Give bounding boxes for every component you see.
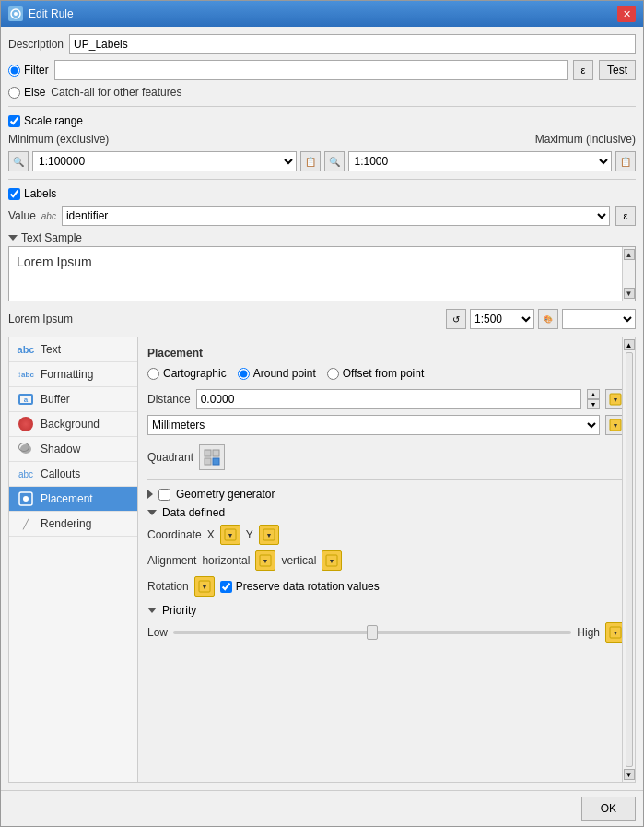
panel-scroll-thumb[interactable] [626, 352, 633, 767]
sidebar-item-rendering[interactable]: ╱ Rendering [9, 512, 137, 537]
max-scale-copy-icon[interactable]: 📋 [615, 151, 636, 171]
slider-thumb[interactable] [367, 625, 378, 640]
buffer-icon: a [17, 392, 35, 407]
lorem-reset-icon[interactable]: ↺ [446, 309, 466, 329]
alignment-vertical-button[interactable]: ▼ [322, 550, 342, 571]
value-dropdown[interactable]: identifier [62, 206, 610, 226]
max-scale-dropdown[interactable]: 1:1000 [348, 151, 613, 171]
scale-range-row: Scale range [8, 114, 636, 127]
filter-radio-label[interactable]: Filter [8, 64, 49, 77]
data-defined-section: Data defined Coordinate X ▼ [147, 506, 626, 597]
preserve-rotation-checkbox[interactable] [220, 581, 232, 593]
lorem-color-icon[interactable]: 🎨 [538, 309, 558, 329]
ok-button[interactable]: OK [581, 797, 636, 821]
labels-checkbox[interactable] [8, 188, 20, 200]
sidebar-item-text[interactable]: abc Text [9, 337, 137, 362]
sidebar-formatting-label: Formatting [41, 368, 93, 381]
filter-epsilon-button[interactable]: ε [573, 60, 593, 80]
rotation-row: Rotation ▼ Preserve data rotation values [147, 576, 626, 597]
scroll-down[interactable]: ▼ [624, 288, 635, 299]
filter-row: Filter ε Test [8, 60, 636, 80]
spinner-up[interactable]: ▲ [587, 389, 600, 399]
placement-icon [17, 491, 35, 506]
scroll-up[interactable]: ▲ [624, 249, 635, 260]
value-label: Value [8, 209, 36, 222]
quadrant-button[interactable] [199, 444, 225, 470]
section-divider [147, 479, 626, 480]
labels-label: Labels [24, 187, 56, 200]
separator-2 [8, 179, 636, 180]
filter-radio[interactable] [8, 65, 20, 77]
geometry-generator-header[interactable]: Geometry generator [147, 488, 626, 501]
svg-text:▼: ▼ [263, 558, 269, 564]
sidebar-item-formatting[interactable]: ↕abc Formatting [9, 362, 137, 387]
lorem-color-dropdown[interactable] [562, 309, 636, 329]
else-label: Else [24, 86, 45, 99]
edit-rule-window: Edit Rule ✕ Description Filter ε Test El… [0, 0, 644, 827]
data-defined-toggle[interactable] [147, 510, 157, 515]
scale-range-checkbox[interactable] [8, 115, 20, 127]
max-label: Maximum (inclusive) [525, 133, 636, 146]
sidebar-item-background[interactable]: Background [9, 412, 137, 437]
quadrant-row: Quadrant [147, 444, 626, 470]
text-preview: Lorem Ipsum ▲ ▼ [8, 246, 636, 301]
panel-scroll-up[interactable]: ▲ [624, 339, 635, 350]
description-input[interactable] [69, 34, 636, 54]
radio-cartographic-text: Cartographic [163, 367, 227, 380]
data-defined-header[interactable]: Data defined [147, 506, 626, 519]
coord-y-button[interactable]: ▼ [259, 525, 279, 545]
quadrant-label: Quadrant [147, 451, 193, 464]
radio-cartographic[interactable] [147, 368, 159, 380]
preview-scrollbar[interactable]: ▲ ▼ [622, 247, 635, 301]
max-scale-icon[interactable]: 🔍 [324, 151, 345, 171]
value-epsilon-button[interactable]: ε [615, 206, 636, 226]
sidebar-item-buffer[interactable]: a Buffer [9, 387, 137, 412]
preserve-rotation-label[interactable]: Preserve data rotation values [220, 580, 380, 593]
sidebar-item-callouts[interactable]: abc Callouts [9, 462, 137, 487]
svg-text:▼: ▼ [613, 630, 619, 636]
text-sample-header[interactable]: Text Sample [8, 231, 636, 244]
labels-check-label[interactable]: Labels [8, 187, 56, 200]
radio-around-point-label[interactable]: Around point [238, 367, 316, 380]
radio-offset[interactable] [327, 368, 339, 380]
test-button[interactable]: Test [599, 60, 636, 80]
panel-scrollbar[interactable]: ▲ ▼ [622, 337, 635, 782]
radio-around-point[interactable] [238, 368, 250, 380]
text-sample-toggle[interactable] [8, 235, 18, 241]
distance-input[interactable] [196, 389, 581, 409]
units-dropdown[interactable]: Millimeters Pixels Points Map Units [147, 415, 600, 435]
min-scale-dropdown[interactable]: 1:100000 [32, 151, 297, 171]
window-title: Edit Rule [29, 7, 74, 20]
coord-x-button[interactable]: ▼ [220, 525, 240, 545]
svg-rect-11 [213, 458, 219, 465]
lorem-scale-dropdown[interactable]: 1:500 [470, 309, 534, 329]
geometry-generator-toggle[interactable] [147, 490, 153, 499]
formatting-icon: ↕abc [17, 367, 35, 382]
scale-range-check-label[interactable]: Scale range [8, 114, 83, 127]
coord-y-label: Y [246, 528, 253, 541]
else-radio-label[interactable]: Else [8, 86, 45, 99]
spinner-down[interactable]: ▼ [587, 399, 600, 409]
else-radio[interactable] [8, 87, 20, 99]
radio-offset-label[interactable]: Offset from point [327, 367, 424, 380]
priority-header[interactable]: Priority [147, 604, 626, 617]
panel-scroll-down[interactable]: ▼ [624, 769, 635, 780]
coordinate-row: Coordinate X ▼ Y [147, 525, 626, 545]
preview-text: Lorem Ipsum [17, 254, 92, 269]
alignment-horizontal-button[interactable]: ▼ [255, 550, 275, 571]
separator-1 [8, 106, 636, 107]
min-scale-copy-icon[interactable]: 📋 [300, 151, 321, 171]
close-button[interactable]: ✕ [617, 6, 636, 22]
sidebar-item-placement[interactable]: Placement [9, 487, 137, 512]
sidebar-item-shadow[interactable]: Shadow [9, 437, 137, 462]
background-icon [17, 417, 35, 431]
geometry-generator-checkbox[interactable] [158, 489, 170, 501]
filter-input[interactable] [54, 60, 568, 80]
value-type: abc [41, 211, 56, 221]
priority-slider[interactable] [173, 631, 571, 634]
radio-cartographic-label[interactable]: Cartographic [147, 367, 227, 380]
rotation-label: Rotation [147, 580, 189, 593]
rotation-button[interactable]: ▼ [194, 576, 215, 597]
priority-toggle[interactable] [147, 608, 157, 613]
min-scale-icon[interactable]: 🔍 [8, 151, 29, 171]
